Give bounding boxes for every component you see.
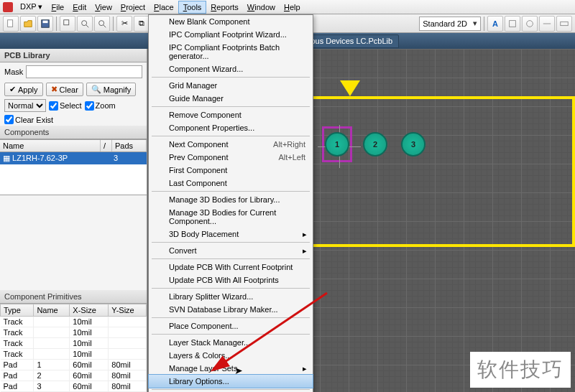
col-type[interactable]: Type (1, 304, 34, 317)
svg-rect-10 (561, 22, 569, 25)
menu-item[interactable]: Convert (149, 244, 313, 257)
menu-file[interactable]: File (47, 1, 68, 13)
menu-help[interactable]: Help (280, 1, 305, 13)
mask-input[interactable] (26, 65, 142, 78)
origin-marker (340, 80, 360, 96)
menu-item[interactable]: IPC Compliant Footprint Wizard... (149, 28, 313, 41)
menu-item[interactable]: IPC Compliant Footprints Batch generator… (149, 41, 313, 62)
svg-rect-0 (8, 19, 13, 27)
tb-misc2[interactable] (522, 16, 538, 32)
col-xsize[interactable]: X-Size (70, 304, 109, 317)
primitive-row[interactable]: Pad260mil80mil (1, 370, 147, 381)
col-sort[interactable]: / (101, 140, 112, 151)
menu-item[interactable]: Layers & Colors... (149, 349, 313, 362)
select-check[interactable]: Select (49, 101, 82, 111)
cursor-icon: ➤ (234, 365, 243, 376)
primitive-row[interactable]: Pad360mil80mil (1, 381, 147, 392)
watermark: 软件技巧 (470, 352, 571, 388)
col-name[interactable]: Name (0, 140, 101, 151)
tb-save[interactable] (37, 16, 53, 32)
menu-item[interactable]: Manage 3D Bodies for Current Component..… (149, 206, 313, 228)
menu-item[interactable]: First Component (149, 164, 313, 177)
menu-item[interactable]: SVN Database Library Maker... (149, 303, 313, 316)
svg-rect-3 (64, 19, 69, 24)
menu-item[interactable]: Guide Manager (149, 92, 313, 105)
primitives-header: Component Primitives (0, 290, 147, 304)
svg-point-9 (527, 20, 533, 27)
col-ysize[interactable]: Y-Size (109, 304, 147, 317)
primitive-row[interactable]: Track10mil (1, 317, 147, 327)
primitive-row[interactable]: Track10mil (1, 338, 147, 349)
col-pads[interactable]: Pads (112, 140, 147, 151)
tb-open[interactable] (20, 16, 36, 32)
menu-item[interactable]: Layer Stack Manager... (149, 336, 313, 349)
pad-2[interactable]: 2 (363, 132, 387, 157)
svg-point-4 (82, 20, 87, 25)
components-header: Components (0, 126, 147, 139)
tb-zoom-sel[interactable] (94, 16, 110, 32)
apply-button[interactable]: ✔ Apply (4, 83, 43, 96)
primitive-row[interactable]: Track10mil (1, 349, 147, 360)
tb-copy[interactable]: ⧉ (134, 16, 150, 32)
col-pname[interactable]: Name (34, 304, 70, 317)
menu-item[interactable]: Library Options... (148, 374, 313, 388)
components-columns: Name / Pads (0, 139, 147, 152)
menu-item[interactable]: Library Splitter Wizard... (149, 290, 313, 303)
tb-zoom-area[interactable] (60, 16, 75, 32)
svg-line-7 (104, 24, 106, 27)
components-list[interactable]: ▦ LZ1RH-7.62-3P 3 (0, 152, 147, 195)
courtyard-outline (295, 96, 575, 247)
primitive-row[interactable]: Pad160mil80mil (1, 360, 147, 370)
menu-item[interactable]: Last Component (149, 177, 313, 190)
mode-select[interactable]: Normal (4, 99, 46, 112)
tb-misc1[interactable] (505, 16, 520, 32)
menu-item[interactable]: Place Component... (149, 319, 313, 332)
menu-item[interactable]: Update PCB With Current Footprint (149, 261, 313, 274)
panel-title: PCB Library (0, 49, 147, 62)
view-mode-combo[interactable]: Standard 2D (419, 17, 481, 31)
menu-item[interactable]: Remove Component (149, 108, 313, 121)
svg-line-5 (86, 24, 89, 27)
tb-zoom-fit[interactable] (77, 16, 93, 32)
menu-item[interactable]: Manage Layer Sets (149, 362, 313, 375)
menu-edit[interactable]: Edit (68, 1, 91, 13)
menu-reports[interactable]: Reports (206, 1, 243, 13)
svg-rect-8 (510, 20, 516, 27)
menu-item[interactable]: New Blank Component (149, 15, 313, 28)
menu-item[interactable]: Update PCB With All Footprints (149, 274, 313, 286)
magnify-button[interactable]: 🔍 Magnify (86, 83, 137, 96)
menu-view[interactable]: View (91, 1, 116, 13)
menubar: DXP ▾ File Edit View Project Place Tools… (0, 0, 575, 14)
menu-item[interactable]: Grid Manager (149, 79, 313, 92)
menu-dxp[interactable]: DXP ▾ (16, 1, 47, 13)
tb-new[interactable] (3, 16, 19, 32)
tb-misc3[interactable] (539, 16, 555, 32)
tools-dropdown: New Blank ComponentIPC Compliant Footpri… (148, 14, 313, 392)
clear-button[interactable]: ✖ Clear (46, 83, 83, 96)
menu-project[interactable]: Project (116, 1, 150, 13)
primitive-row[interactable]: Track10mil (1, 327, 147, 338)
sidebar: PCB Library Mask ✔ Apply ✖ Clear 🔍 Magni… (0, 49, 147, 392)
tb-misc4[interactable] (556, 16, 572, 32)
pad-1[interactable]: 1 (325, 132, 349, 157)
menu-item[interactable]: 3D Body Placement (149, 228, 313, 241)
tb-cut[interactable]: ✂ (116, 16, 132, 32)
mask-label: Mask (4, 67, 23, 76)
menu-item[interactable]: Component Wizard... (149, 62, 313, 75)
app-icon (3, 2, 13, 12)
menu-window[interactable]: Window (243, 1, 280, 13)
zoom-check[interactable]: Zoom (85, 101, 116, 111)
menu-tools[interactable]: Tools (178, 1, 207, 14)
menu-item[interactable]: Next ComponentAlt+Right (149, 138, 313, 151)
clearex-check[interactable]: Clear Exist (4, 115, 53, 124)
component-row[interactable]: ▦ LZ1RH-7.62-3P 3 (0, 152, 147, 164)
svg-rect-2 (43, 20, 48, 23)
primitives-table: Type Name X-Size Y-Size Track10milTrack1… (0, 304, 147, 392)
menu-place[interactable]: Place (150, 1, 178, 13)
pad-3[interactable]: 3 (401, 132, 426, 157)
menu-item[interactable]: Manage 3D Bodies for Library... (149, 193, 313, 206)
menu-item[interactable]: Prev ComponentAlt+Left (149, 151, 313, 164)
svg-point-6 (99, 20, 104, 25)
menu-item[interactable]: Component Properties... (149, 121, 313, 134)
tb-text[interactable]: A (487, 16, 503, 32)
